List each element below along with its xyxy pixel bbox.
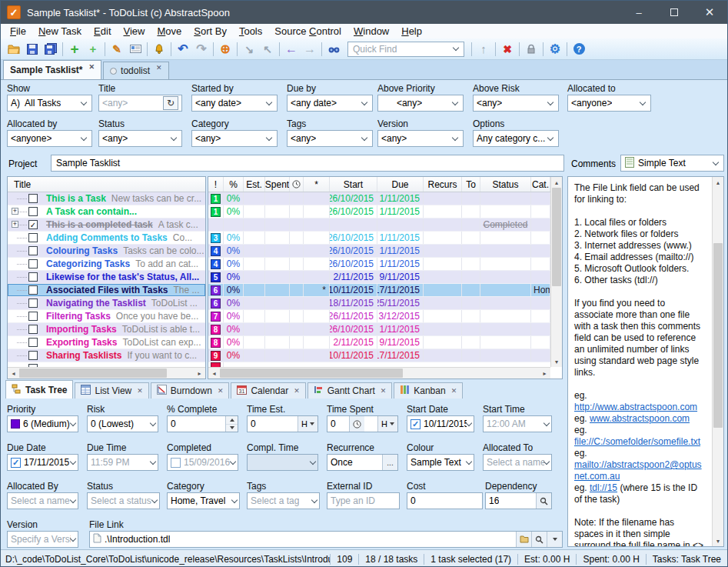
close-tab-icon[interactable]: ✕ bbox=[381, 387, 387, 395]
search-icon[interactable] bbox=[536, 493, 551, 509]
help-icon[interactable]: ? bbox=[570, 41, 588, 58]
task-row[interactable]: Associated Files with TasksThe ... bbox=[8, 284, 205, 297]
category-combo[interactable]: Home, Travel bbox=[167, 492, 240, 509]
view-file-icon[interactable] bbox=[531, 532, 547, 547]
task-row[interactable]: Colouring TasksTasks can be colo... bbox=[8, 245, 205, 258]
completed-combo[interactable]: 15/09/2016 bbox=[167, 454, 238, 471]
close-tab-icon[interactable]: ✕ bbox=[89, 63, 95, 71]
status-combo[interactable]: Select a status bbox=[87, 492, 160, 509]
spinner[interactable] bbox=[225, 416, 238, 432]
tab-kanban[interactable]: Kanban ✕ bbox=[394, 382, 463, 399]
task-row[interactable]: 60%*10/11/201517/11/2015Home bbox=[208, 284, 562, 297]
allocated-by-combo[interactable]: Select a name bbox=[7, 492, 78, 509]
next-task-icon[interactable]: → bbox=[301, 41, 319, 58]
column-header-due[interactable]: Due bbox=[377, 177, 424, 192]
prev-task-icon[interactable]: ← bbox=[282, 41, 301, 58]
comments-format-combo[interactable]: Simple Text bbox=[620, 155, 724, 172]
maximize-tasklist-icon[interactable]: ⊕ bbox=[216, 41, 234, 58]
task-row[interactable]: 60%18/11/201525/11/2015 bbox=[208, 297, 562, 310]
file-link-combo[interactable]: .\Introduction.tdl bbox=[89, 531, 563, 548]
task-row[interactable]: 80%26/10/20151/11/2015 bbox=[208, 323, 562, 336]
task-row[interactable]: Importing TasksToDoList is able t... bbox=[8, 323, 205, 336]
task-row[interactable]: Exporting TasksToDoList can exp... bbox=[8, 336, 205, 349]
menu-new-task[interactable]: New Task bbox=[32, 25, 88, 37]
time-spent-combo[interactable]: 0H bbox=[327, 415, 398, 432]
spin-down-icon[interactable] bbox=[226, 425, 238, 432]
save-all-icon[interactable] bbox=[42, 41, 60, 58]
ellipsis-button[interactable]: ... bbox=[382, 455, 397, 470]
menu-window[interactable]: Window bbox=[347, 25, 395, 37]
menu-source-control[interactable]: Source Control bbox=[268, 25, 347, 37]
tab-todolist[interactable]: todolist ✕ bbox=[103, 62, 169, 79]
undo-icon[interactable]: ↶ bbox=[174, 41, 192, 58]
filter-combo-show[interactable]: A) All Tasks bbox=[7, 95, 92, 112]
scroll-up-icon[interactable]: ▴ bbox=[551, 177, 563, 188]
colour-combo[interactable]: Sample Text bbox=[407, 454, 474, 471]
new-subtask-icon[interactable]: + bbox=[84, 41, 102, 58]
minimize-button[interactable]: – bbox=[621, 1, 657, 24]
task-notes-icon[interactable] bbox=[126, 41, 145, 58]
priority-combo[interactable]: 6 (Medium) bbox=[7, 415, 78, 432]
filter-combo-above-priority[interactable]: <any> bbox=[377, 95, 464, 112]
filter-combo-version[interactable]: <any> bbox=[377, 130, 464, 147]
task-checkbox[interactable] bbox=[28, 285, 38, 295]
close-tab-icon[interactable]: ✕ bbox=[218, 387, 224, 395]
version-combo[interactable]: Specify a Versi bbox=[7, 531, 78, 548]
task-row[interactable]: This is a TaskNew tasks can be cr... bbox=[8, 192, 205, 205]
filter-combo-title[interactable]: <any>↻ bbox=[98, 95, 182, 112]
scroll-right-icon[interactable]: ▸ bbox=[194, 368, 205, 379]
risk-combo[interactable]: 0 (Lowest) bbox=[87, 415, 158, 432]
task-row[interactable]: Navigating the TasklistToDoList ... bbox=[8, 297, 205, 310]
sort-icon[interactable]: ↑ bbox=[474, 41, 493, 58]
filter-combo-options[interactable]: Any category c... bbox=[473, 130, 559, 147]
column-header-cat[interactable]: Cat. bbox=[531, 177, 550, 192]
expand-toggle[interactable]: + bbox=[12, 208, 18, 215]
scroll-thumb[interactable] bbox=[19, 369, 167, 378]
tab-list-view[interactable]: List View ✕ bbox=[75, 382, 148, 399]
quick-find-input[interactable]: Quick Find bbox=[347, 42, 464, 57]
refresh-icon[interactable]: ↻ bbox=[163, 96, 178, 110]
task-row[interactable]: 10%26/10/20151/11/2015 bbox=[208, 192, 562, 205]
reminder-icon[interactable] bbox=[150, 41, 168, 58]
comment-link[interactable]: www.abstractspoon.com bbox=[590, 413, 690, 424]
task-row[interactable]: 70%26/11/20153/12/2015 bbox=[208, 310, 562, 323]
external-id-input[interactable]: Type an ID bbox=[327, 492, 400, 509]
maximize-button[interactable] bbox=[657, 1, 692, 24]
task-row[interactable]: Filtering TasksOnce you have be... bbox=[8, 310, 205, 323]
close-tab-icon[interactable]: ✕ bbox=[451, 387, 457, 395]
task-row[interactable]: 80%2/11/20159/11/2015 bbox=[208, 336, 562, 349]
scroll-down-icon[interactable]: ▾ bbox=[713, 535, 724, 546]
due-date-combo[interactable]: ✓17/11/2015 bbox=[7, 454, 78, 471]
task-checkbox[interactable] bbox=[28, 351, 38, 360]
filter-combo-above-risk[interactable]: <any> bbox=[473, 95, 559, 112]
task-checkbox[interactable] bbox=[28, 338, 38, 347]
column-header-time[interactable] bbox=[290, 177, 304, 192]
title-pane-hscrollbar[interactable]: ◂ ▸ bbox=[8, 367, 205, 379]
project-input[interactable]: Sample Tasklist bbox=[51, 155, 564, 172]
column-header-title[interactable]: Title bbox=[8, 177, 205, 192]
column-header-flag[interactable]: ! bbox=[208, 177, 224, 192]
columns-hscrollbar[interactable]: ◂ ▸ bbox=[208, 367, 550, 379]
menu-tools[interactable]: Tools bbox=[233, 25, 268, 37]
scroll-thumb[interactable] bbox=[552, 188, 561, 286]
redo-icon[interactable]: ↷ bbox=[192, 41, 211, 58]
task-checkbox[interactable] bbox=[28, 194, 38, 203]
scroll-left-icon[interactable]: ◂ bbox=[208, 368, 220, 379]
task-checkbox[interactable] bbox=[28, 259, 38, 268]
close-tab-icon[interactable]: ✕ bbox=[294, 387, 300, 395]
filter-combo-status[interactable]: <any> bbox=[98, 130, 182, 147]
scroll-thumb[interactable] bbox=[220, 369, 403, 378]
column-header-status[interactable]: Status bbox=[480, 177, 531, 192]
time-est-combo[interactable]: 0H bbox=[247, 415, 318, 432]
task-row[interactable]: Categorizing TasksTo add an cat... bbox=[8, 258, 205, 271]
filter-combo-category[interactable]: <any> bbox=[191, 130, 278, 147]
unit-selector[interactable]: H bbox=[377, 416, 397, 432]
new-task-icon[interactable]: + bbox=[65, 41, 84, 58]
cost-input[interactable]: 0 bbox=[407, 492, 483, 509]
task-row[interactable]: +✓This is a completed taskA task c... bbox=[8, 218, 205, 232]
due-time-combo[interactable]: 11:59 PM bbox=[87, 454, 158, 471]
tab-sample-tasklist[interactable]: Sample Tasklist* ✕ bbox=[3, 60, 101, 79]
task-checkbox[interactable]: ✓ bbox=[28, 220, 38, 229]
menu-sort-by[interactable]: Sort By bbox=[188, 25, 233, 37]
task-row[interactable]: 10%26/10/20151/11/2015 bbox=[208, 205, 562, 218]
